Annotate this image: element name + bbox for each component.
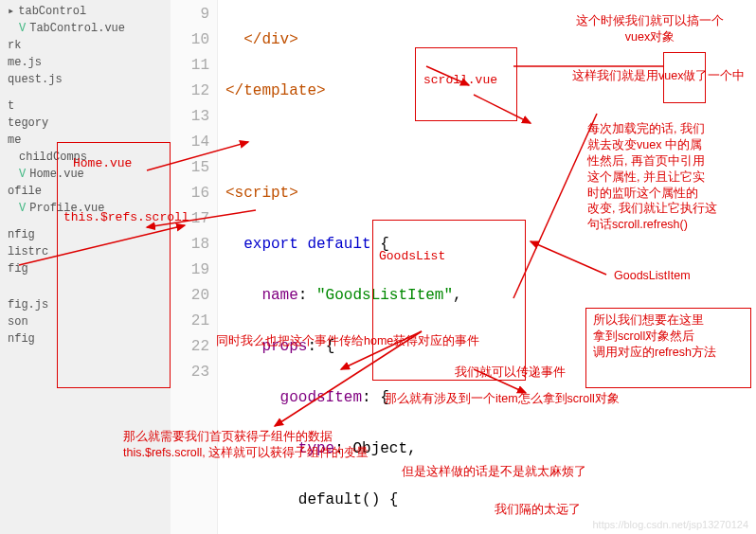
tree-item[interactable]: VProfile.vue [0, 200, 171, 217]
tree-item[interactable]: fig [0, 260, 171, 277]
tree-item[interactable]: ofile [0, 183, 171, 200]
tree-item[interactable]: nfig [0, 226, 171, 243]
tree-item[interactable]: VTabControl.vue [0, 20, 171, 37]
tree-item[interactable]: rk [0, 37, 171, 54]
code-text: </div> [225, 31, 298, 48]
tree-item[interactable]: listrc [0, 243, 171, 260]
tree-item[interactable]: childComps [0, 149, 171, 166]
tree-item[interactable]: nfig [0, 330, 171, 347]
tree-item[interactable]: me [0, 132, 171, 149]
tree-item[interactable]: son [0, 313, 171, 330]
tree-item[interactable]: VHome.vue [0, 166, 171, 183]
code-text: <script> [225, 185, 298, 202]
tree-item[interactable]: tegory [0, 115, 171, 132]
tree-item[interactable]: fig.js [0, 296, 171, 313]
code-text: </template> [225, 82, 326, 99]
vue-icon: V [19, 168, 26, 181]
line-gutter: 9 10 11 12 13 14 15 16 17 18 19 20 21 22… [171, 0, 218, 534]
tree-item[interactable]: quest.js [0, 71, 171, 88]
code-editor[interactable]: </div> </template> <script> export defau… [218, 0, 756, 534]
file-tree[interactable]: ▸tabControl VTabControl.vue rk me.js que… [0, 0, 171, 534]
vue-icon: V [19, 22, 26, 35]
vue-icon: V [19, 202, 26, 215]
tree-item[interactable]: t [0, 98, 171, 115]
tree-item[interactable]: ▸tabControl [0, 2, 171, 20]
tree-item[interactable]: me.js [0, 54, 171, 71]
folder-icon: ▸ [8, 4, 14, 18]
